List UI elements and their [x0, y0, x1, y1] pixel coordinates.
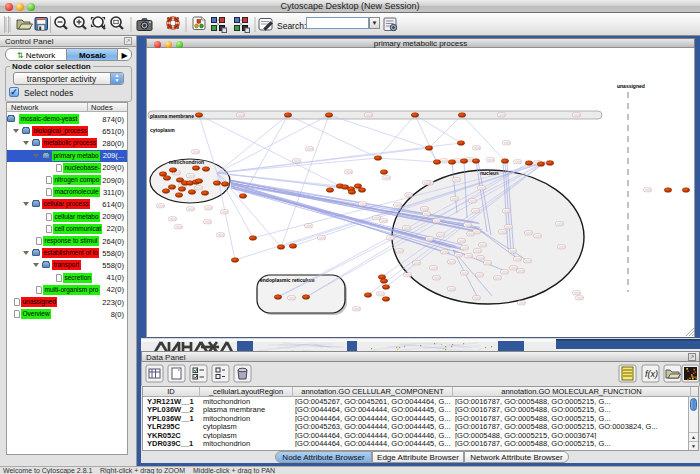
svg-text:cytoplasm: cytoplasm — [150, 127, 175, 133]
svg-text:unassigned: unassigned — [617, 83, 645, 89]
svg-text:nucleus: nucleus — [480, 170, 499, 176]
svg-text:mitochondrion: mitochondrion — [169, 159, 204, 165]
svg-text:plasma membrane: plasma membrane — [150, 113, 194, 119]
svg-text:f(x): f(x) — [645, 369, 658, 379]
